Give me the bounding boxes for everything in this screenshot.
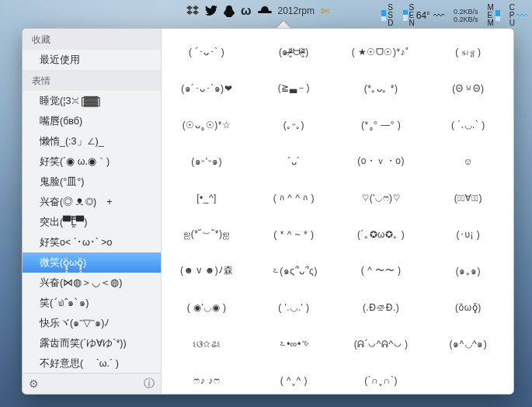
sidebar-section-header: 表情 [23,70,161,91]
emoji-cell[interactable]: ( '.◡.' ) [250,289,337,325]
sidebar-item[interactable]: 兴奋(⋈◍＞◡＜◍) [23,273,161,293]
emoji-cell[interactable]: ( ^ˬ^ ) [250,362,337,394]
emoji-cell[interactable]: ( * ^ ~ * ) [250,216,337,252]
info-icon[interactable]: ⓘ [144,377,155,391]
sidebar-item[interactable]: 好笑o< ´･ω･` >o [23,232,161,252]
emoji-cell[interactable]: (*˳° —° ) [338,106,425,143]
mem-indicator[interactable]: MEM [487,4,499,27]
sidebar-item[interactable]: 最近使用 [23,50,161,70]
twitter-icon[interactable] [205,5,217,16]
emoji-cell[interactable]: ( ´.◡.` ) [425,106,512,143]
sidebar-item[interactable]: 懒惰_(:3」∠)_ [23,131,161,151]
sidebar-item[interactable]: 嘴唇(бвб) [23,111,161,131]
emoji-panel: 收藏最近使用表情睡觉(¦3ꇤ[▓▓]嘴唇(бвб)懒惰_(:3」∠)_好笑(´◉… [22,28,514,395]
emoji-cell[interactable]: [•_^] [163,179,250,216]
dropbox-icon[interactable] [186,5,199,16]
emoji-cell[interactable]: ෆ♪ ♪ෆ [163,362,250,394]
emoji-cell[interactable]: (๑ᵕ'ᵕ๑) [163,143,250,179]
sidebar-item[interactable]: 笑(ˊ௰ˆ๑ˋ๑) [23,293,161,313]
sidebar-section-header: 收藏 [23,29,161,50]
menubar: ω 2012rpm ✄ SSD SEN 64° 〰 0.2KB/s 0.2KB/… [0,4,532,21]
sidebar-footer: ⚙ ⓘ [23,373,161,394]
sidebar-item[interactable]: 鬼脸(°皿°) [23,172,161,192]
sidebar-item[interactable]: 不好意思(ゝ `ω.´ ) [23,353,161,373]
penguin-icon[interactable] [224,5,235,17]
emoji-cell[interactable]: ( ^ 〜〜 ) [338,252,425,289]
emoji-cell[interactable]: (☉ᴗ˳☉)*☆ [163,106,250,143]
gear-icon[interactable]: ⚙ [29,377,39,390]
emoji-cell[interactable]: (๑ᵒ̴̶̷͈᷄ᗨᵒ̴̶̷͈᷅) [250,33,337,70]
sidebar: 收藏最近使用表情睡觉(¦3ꇤ[▓▓]嘴唇(бвб)懒惰_(:3」∠)_好笑(´◉… [23,29,162,394]
emoji-cell[interactable]: ఽ•∞•ఌ [250,325,337,362]
emoji-cell[interactable]: (๑´･ᴗ･`๑)❤ [163,70,250,106]
sidebar-item[interactable]: 露齿而笑(´ゆ∀ゆ`*)) [23,333,161,353]
ssd-indicator[interactable]: SSD [381,4,393,27]
emoji-cell[interactable]: ( ★☉ᗜ☉)*♪ﾟ [338,33,425,70]
emoji-cell[interactable]: (*｡ᴗ｡ *) [338,70,425,106]
scissors-icon[interactable]: ✄ [321,5,330,17]
rpm-indicator: 2012rpm [278,5,315,16]
sidebar-item[interactable]: 好笑(´◉ ω.◉｀) [23,151,161,172]
emoji-cell[interactable]: (.Ð಄Ð.) [338,289,425,325]
hat-icon[interactable] [258,6,272,16]
emoji-cell[interactable]: (ŏωŏ̥) [425,289,512,325]
emoji-cell[interactable]: (◎ฺ∀◎ฺ) [425,179,512,216]
emoji-cell[interactable]: (･υ¡ ) [425,216,512,252]
emoji-grid: ( ´･ᴗ･` )(๑ᵒ̴̶̷͈᷄ᗨᵒ̴̶̷͈᷅)( ★☉ᗜ☉)*♪ﾟ( ᵴ≀ᵷ… [162,29,513,394]
net-indicator[interactable]: 0.2KB/s 0.2KB/s [454,8,478,23]
emoji-cell[interactable]: ♡('◡ෆ)♡ [338,179,425,216]
emoji-cell[interactable]: ஐ(*˘︶˘*)ஐ [163,216,250,252]
temp-indicator[interactable]: SEN 64° 〰 [403,4,444,27]
emoji-cell[interactable]: ( ◉'◡◉ ) [163,289,250,325]
emoji-cell[interactable]: (o・ｖ・o) [338,143,425,179]
emoji-cell[interactable]: (´∩ˬ∩`) [338,362,425,394]
emoji-cell[interactable]: ఽ(๑ς՞ᴗ՞ς) [250,252,337,289]
sidebar-item[interactable]: 微笑(ŏ̥̥̥̥ωŏ̥̥̥̥) [23,252,161,273]
sidebar-item[interactable]: 快乐ヾ(๑ᵔ▽ᵔ๑)ﾉ [23,313,161,333]
emoji-cell[interactable]: ( ᵴ≀ᵷ ) [425,33,512,70]
emoji-grid-wrap: ( ´･ᴗ･` )(๑ᵒ̴̶̷͈᷄ᗨᵒ̴̶̷͈᷅)( ★☉ᗜ☉)*♪ﾟ( ᵴ≀ᵷ… [162,29,513,394]
emoji-cell[interactable]: ଽଓ☆ଌଽ [163,325,250,362]
emoji-cell[interactable]: ( ´･ᴗ･` ) [163,33,250,70]
emoji-cell[interactable]: (｡ᵕ｡) [250,106,337,143]
emoji-cell[interactable]: (´｡✪ω✪｡ ) [338,216,425,252]
emoji-cell[interactable]: ☺ [425,143,512,179]
emoji-cell[interactable]: (๑^◡^๑) [425,325,512,362]
sidebar-item[interactable]: 兴奋(◎ ᴥ ◎)ゞ+ [23,192,161,212]
cpu-indicator[interactable]: CPU 〰 [509,4,527,27]
omega-icon[interactable]: ω [241,4,252,18]
emoji-cell[interactable]: (Θ౪Θ) [425,70,512,106]
sidebar-item[interactable]: 突出(▀̿̿Ĺ̯̿̿▀̿) [23,212,161,232]
emoji-cell[interactable]: (≧▃－) [250,70,337,106]
emoji-cell[interactable]: (๑｡๑) [425,252,512,289]
emoji-cell[interactable]: `ᴗ´ [250,143,337,179]
sidebar-item[interactable]: 睡觉(¦3ꇤ[▓▓] [23,91,161,111]
emoji-cell[interactable]: (☻ v ☻)ﾉ森 [163,252,250,289]
emoji-cell[interactable]: ( ﾊ ^ ^ ﾊ ) [250,179,337,216]
emoji-cell[interactable]: (ᕱ´◡^ᕱ^◡ ) [338,325,425,362]
